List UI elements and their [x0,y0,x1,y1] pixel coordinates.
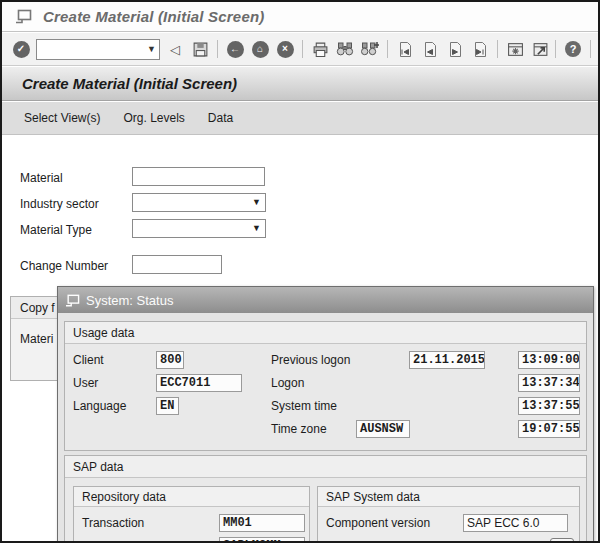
data-button[interactable]: Data [206,108,235,128]
toolbar-separator [302,40,303,58]
last-page-icon[interactable] [470,39,490,59]
previous-logon-time: 13:09:00 [518,351,580,369]
dialog-body: Usage data Client 800 User ECC7011 Langu… [58,313,593,543]
sap-data-groupbox: SAP data Repository data Transaction MM0… [64,455,587,543]
sap-window: Create Material (Initial Screen) ✓ ▼ ◁ ←… [0,0,600,543]
logon-label: Logon [271,374,304,392]
magnifier-icon [554,540,570,543]
previous-page-icon[interactable] [420,39,440,59]
industry-sector-combo[interactable]: ▼ [132,193,266,212]
time-zone-value: AUSNSW [356,420,410,438]
usage-data-title: Usage data [73,326,134,340]
command-dropdown-icon[interactable]: ▼ [147,44,156,54]
chevron-down-icon: ▼ [252,223,261,233]
material-label: Material [20,169,63,187]
time-zone-time: 19:07:55 [518,420,580,438]
copy-from-title: Copy f [20,301,55,315]
cancel-icon[interactable]: × [275,39,295,59]
system-time-label: System time [271,397,337,415]
toolbar-separator [387,40,388,58]
org-levels-button[interactable]: Org. Levels [121,108,186,128]
back-icon[interactable]: ← [225,39,245,59]
industry-sector-label: Industry sector [20,195,99,213]
usage-data-groupbox: Usage data Client 800 User ECC7011 Langu… [64,321,587,451]
new-session-icon[interactable] [505,39,525,59]
material-type-label: Material Type [20,221,92,239]
client-label: Client [73,351,104,369]
language-value: EN [156,397,179,415]
language-label: Language [73,397,126,415]
command-field[interactable] [37,41,141,58]
dialog-title: System: Status [86,293,173,308]
dialog-screen-icon [65,294,80,307]
user-value: ECC7011 [156,374,242,392]
program-screen-value: SAPLMGMM [219,537,305,543]
standard-toolbar: ✓ ▼ ◁ ← ⌂ × [2,33,598,66]
screen-titlebar: Create Material (Initial Screen) [2,67,598,101]
print-icon[interactable] [310,39,330,59]
time-zone-label: Time zone [271,420,327,438]
repository-data-title: Repository data [82,490,166,504]
command-field-wrap: ▼ [36,39,160,60]
change-number-label: Change Number [20,257,108,275]
shortcut-icon[interactable] [530,39,550,59]
first-page-icon[interactable] [395,39,415,59]
sap-data-title: SAP data [73,460,123,474]
help-icon[interactable]: ? [563,39,583,59]
previous-logon-label: Previous logon [271,351,350,369]
next-page-icon[interactable] [445,39,465,59]
sap-screen-icon [15,9,32,24]
component-version-label: Component version [326,514,430,532]
sap-system-data-title: SAP System data [326,490,420,504]
select-views-button[interactable]: Select View(s) [22,108,102,128]
continue-icon[interactable]: ✓ [11,39,31,59]
component-info-button[interactable] [550,538,574,543]
find-icon[interactable] [335,39,355,59]
find-next-icon[interactable] [360,39,380,59]
system-status-dialog: System: Status Usage data Client 800 Use… [57,286,594,543]
previous-logon-date: 21.11.2015 [409,351,485,369]
toolbar-separator [590,40,591,58]
dialog-titlebar[interactable]: System: Status [58,287,593,313]
sap-system-data-groupbox: SAP System data Component version SAP EC… [317,486,580,543]
material-type-combo[interactable]: ▼ [132,219,266,238]
system-time-value: 13:37:55 [518,397,580,415]
window-title: Create Material (Initial Screen) [43,8,264,25]
logon-time: 13:37:34 [518,374,580,392]
screen-title: Create Material (Initial Screen) [22,75,237,92]
hide-command-field-icon[interactable]: ◁ [165,39,185,59]
change-number-input[interactable] [132,255,222,274]
transaction-label: Transaction [82,514,144,532]
user-label: User [73,374,98,392]
client-value: 800 [156,351,184,369]
save-icon[interactable] [190,39,210,59]
repository-data-groupbox: Repository data Transaction MM01 Program… [73,486,310,543]
copy-from-material-label: Materi [20,330,53,348]
exit-icon[interactable]: ⌂ [250,39,270,59]
transaction-value: MM01 [219,514,305,532]
toolbar-separator [555,40,556,58]
component-version-value: SAP ECC 6.0 [463,514,568,532]
toolbar-separator [217,40,218,58]
chevron-down-icon: ▼ [252,197,261,207]
material-input[interactable] [132,167,265,186]
toolbar-separator [497,40,498,58]
program-screen-label: Program (screen) [82,537,175,543]
window-titlebar: Create Material (Initial Screen) [2,2,598,32]
application-toolbar: Select View(s) Org. Levels Data [2,102,598,135]
